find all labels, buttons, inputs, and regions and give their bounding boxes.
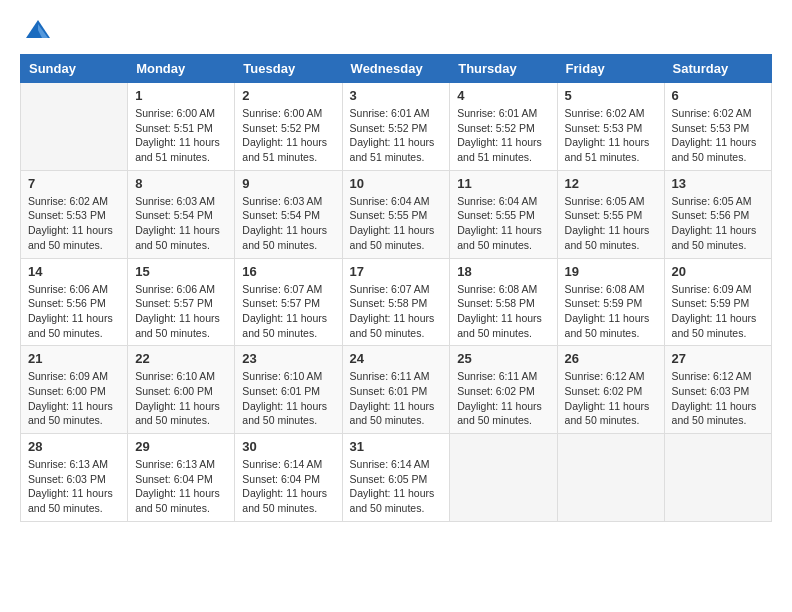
- day-number: 11: [457, 176, 549, 191]
- calendar-cell: 14Sunrise: 6:06 AM Sunset: 5:56 PM Dayli…: [21, 258, 128, 346]
- day-info: Sunrise: 6:11 AM Sunset: 6:01 PM Dayligh…: [350, 369, 443, 428]
- day-number: 12: [565, 176, 657, 191]
- header-saturday: Saturday: [664, 55, 771, 83]
- calendar-cell: 19Sunrise: 6:08 AM Sunset: 5:59 PM Dayli…: [557, 258, 664, 346]
- calendar-cell: 23Sunrise: 6:10 AM Sunset: 6:01 PM Dayli…: [235, 346, 342, 434]
- calendar-cell: 2Sunrise: 6:00 AM Sunset: 5:52 PM Daylig…: [235, 83, 342, 171]
- day-info: Sunrise: 6:07 AM Sunset: 5:57 PM Dayligh…: [242, 282, 334, 341]
- day-number: 25: [457, 351, 549, 366]
- day-number: 10: [350, 176, 443, 191]
- day-number: 26: [565, 351, 657, 366]
- calendar-cell: 13Sunrise: 6:05 AM Sunset: 5:56 PM Dayli…: [664, 170, 771, 258]
- calendar-cell: 18Sunrise: 6:08 AM Sunset: 5:58 PM Dayli…: [450, 258, 557, 346]
- header-sunday: Sunday: [21, 55, 128, 83]
- calendar-week-2: 7Sunrise: 6:02 AM Sunset: 5:53 PM Daylig…: [21, 170, 772, 258]
- page-header: [20, 20, 772, 44]
- day-number: 30: [242, 439, 334, 454]
- day-info: Sunrise: 6:03 AM Sunset: 5:54 PM Dayligh…: [242, 194, 334, 253]
- calendar-cell: 6Sunrise: 6:02 AM Sunset: 5:53 PM Daylig…: [664, 83, 771, 171]
- day-info: Sunrise: 6:08 AM Sunset: 5:58 PM Dayligh…: [457, 282, 549, 341]
- day-info: Sunrise: 6:06 AM Sunset: 5:56 PM Dayligh…: [28, 282, 120, 341]
- calendar-cell: 22Sunrise: 6:10 AM Sunset: 6:00 PM Dayli…: [128, 346, 235, 434]
- day-info: Sunrise: 6:10 AM Sunset: 6:01 PM Dayligh…: [242, 369, 334, 428]
- day-info: Sunrise: 6:14 AM Sunset: 6:05 PM Dayligh…: [350, 457, 443, 516]
- day-number: 4: [457, 88, 549, 103]
- calendar-cell: 30Sunrise: 6:14 AM Sunset: 6:04 PM Dayli…: [235, 434, 342, 522]
- day-info: Sunrise: 6:07 AM Sunset: 5:58 PM Dayligh…: [350, 282, 443, 341]
- day-info: Sunrise: 6:13 AM Sunset: 6:04 PM Dayligh…: [135, 457, 227, 516]
- calendar-cell: 29Sunrise: 6:13 AM Sunset: 6:04 PM Dayli…: [128, 434, 235, 522]
- day-info: Sunrise: 6:11 AM Sunset: 6:02 PM Dayligh…: [457, 369, 549, 428]
- calendar-week-5: 28Sunrise: 6:13 AM Sunset: 6:03 PM Dayli…: [21, 434, 772, 522]
- day-info: Sunrise: 6:08 AM Sunset: 5:59 PM Dayligh…: [565, 282, 657, 341]
- day-info: Sunrise: 6:01 AM Sunset: 5:52 PM Dayligh…: [350, 106, 443, 165]
- calendar-cell: 3Sunrise: 6:01 AM Sunset: 5:52 PM Daylig…: [342, 83, 450, 171]
- calendar-cell: 28Sunrise: 6:13 AM Sunset: 6:03 PM Dayli…: [21, 434, 128, 522]
- calendar-cell: 8Sunrise: 6:03 AM Sunset: 5:54 PM Daylig…: [128, 170, 235, 258]
- day-info: Sunrise: 6:12 AM Sunset: 6:02 PM Dayligh…: [565, 369, 657, 428]
- day-number: 24: [350, 351, 443, 366]
- day-number: 7: [28, 176, 120, 191]
- calendar-cell: 21Sunrise: 6:09 AM Sunset: 6:00 PM Dayli…: [21, 346, 128, 434]
- day-number: 17: [350, 264, 443, 279]
- day-info: Sunrise: 6:04 AM Sunset: 5:55 PM Dayligh…: [350, 194, 443, 253]
- header-friday: Friday: [557, 55, 664, 83]
- calendar-cell: [557, 434, 664, 522]
- calendar-cell: [450, 434, 557, 522]
- day-info: Sunrise: 6:02 AM Sunset: 5:53 PM Dayligh…: [672, 106, 764, 165]
- day-info: Sunrise: 6:09 AM Sunset: 5:59 PM Dayligh…: [672, 282, 764, 341]
- day-number: 1: [135, 88, 227, 103]
- calendar-cell: 9Sunrise: 6:03 AM Sunset: 5:54 PM Daylig…: [235, 170, 342, 258]
- day-number: 15: [135, 264, 227, 279]
- calendar-cell: 31Sunrise: 6:14 AM Sunset: 6:05 PM Dayli…: [342, 434, 450, 522]
- day-info: Sunrise: 6:13 AM Sunset: 6:03 PM Dayligh…: [28, 457, 120, 516]
- day-info: Sunrise: 6:03 AM Sunset: 5:54 PM Dayligh…: [135, 194, 227, 253]
- day-info: Sunrise: 6:12 AM Sunset: 6:03 PM Dayligh…: [672, 369, 764, 428]
- day-info: Sunrise: 6:05 AM Sunset: 5:56 PM Dayligh…: [672, 194, 764, 253]
- calendar-cell: 7Sunrise: 6:02 AM Sunset: 5:53 PM Daylig…: [21, 170, 128, 258]
- day-number: 8: [135, 176, 227, 191]
- day-info: Sunrise: 6:01 AM Sunset: 5:52 PM Dayligh…: [457, 106, 549, 165]
- day-number: 31: [350, 439, 443, 454]
- day-number: 21: [28, 351, 120, 366]
- day-info: Sunrise: 6:14 AM Sunset: 6:04 PM Dayligh…: [242, 457, 334, 516]
- calendar-cell: 11Sunrise: 6:04 AM Sunset: 5:55 PM Dayli…: [450, 170, 557, 258]
- calendar-cell: [664, 434, 771, 522]
- day-info: Sunrise: 6:00 AM Sunset: 5:52 PM Dayligh…: [242, 106, 334, 165]
- day-number: 27: [672, 351, 764, 366]
- day-number: 23: [242, 351, 334, 366]
- calendar-cell: 26Sunrise: 6:12 AM Sunset: 6:02 PM Dayli…: [557, 346, 664, 434]
- calendar-cell: 20Sunrise: 6:09 AM Sunset: 5:59 PM Dayli…: [664, 258, 771, 346]
- day-number: 18: [457, 264, 549, 279]
- calendar-cell: 1Sunrise: 6:00 AM Sunset: 5:51 PM Daylig…: [128, 83, 235, 171]
- calendar-week-3: 14Sunrise: 6:06 AM Sunset: 5:56 PM Dayli…: [21, 258, 772, 346]
- calendar-cell: [21, 83, 128, 171]
- day-number: 14: [28, 264, 120, 279]
- day-info: Sunrise: 6:06 AM Sunset: 5:57 PM Dayligh…: [135, 282, 227, 341]
- day-number: 20: [672, 264, 764, 279]
- day-number: 5: [565, 88, 657, 103]
- day-info: Sunrise: 6:00 AM Sunset: 5:51 PM Dayligh…: [135, 106, 227, 165]
- day-info: Sunrise: 6:02 AM Sunset: 5:53 PM Dayligh…: [565, 106, 657, 165]
- day-number: 28: [28, 439, 120, 454]
- calendar-cell: 27Sunrise: 6:12 AM Sunset: 6:03 PM Dayli…: [664, 346, 771, 434]
- day-number: 13: [672, 176, 764, 191]
- calendar-cell: 17Sunrise: 6:07 AM Sunset: 5:58 PM Dayli…: [342, 258, 450, 346]
- calendar-week-4: 21Sunrise: 6:09 AM Sunset: 6:00 PM Dayli…: [21, 346, 772, 434]
- day-number: 3: [350, 88, 443, 103]
- calendar-cell: 25Sunrise: 6:11 AM Sunset: 6:02 PM Dayli…: [450, 346, 557, 434]
- day-info: Sunrise: 6:05 AM Sunset: 5:55 PM Dayligh…: [565, 194, 657, 253]
- header-tuesday: Tuesday: [235, 55, 342, 83]
- day-info: Sunrise: 6:10 AM Sunset: 6:00 PM Dayligh…: [135, 369, 227, 428]
- calendar-cell: 5Sunrise: 6:02 AM Sunset: 5:53 PM Daylig…: [557, 83, 664, 171]
- calendar-cell: 24Sunrise: 6:11 AM Sunset: 6:01 PM Dayli…: [342, 346, 450, 434]
- day-info: Sunrise: 6:04 AM Sunset: 5:55 PM Dayligh…: [457, 194, 549, 253]
- calendar-cell: 4Sunrise: 6:01 AM Sunset: 5:52 PM Daylig…: [450, 83, 557, 171]
- calendar-header-row: SundayMondayTuesdayWednesdayThursdayFrid…: [21, 55, 772, 83]
- calendar-cell: 16Sunrise: 6:07 AM Sunset: 5:57 PM Dayli…: [235, 258, 342, 346]
- day-number: 22: [135, 351, 227, 366]
- header-monday: Monday: [128, 55, 235, 83]
- calendar-cell: 15Sunrise: 6:06 AM Sunset: 5:57 PM Dayli…: [128, 258, 235, 346]
- day-number: 6: [672, 88, 764, 103]
- header-wednesday: Wednesday: [342, 55, 450, 83]
